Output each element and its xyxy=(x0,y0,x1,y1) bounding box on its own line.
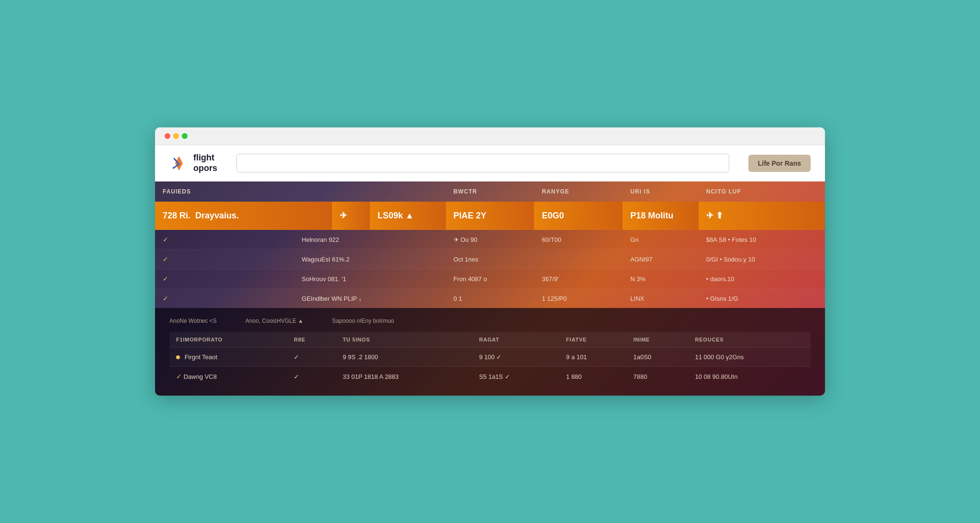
highlighted-icon: ✈ xyxy=(332,202,370,230)
bottom-col-h2: R8E xyxy=(287,332,336,348)
col-header-4 xyxy=(370,182,445,202)
table-row[interactable]: ✓ Helnoran 922 ✈ Ou 90 60/T00 Gn $8A S8 … xyxy=(155,230,825,250)
bottom-section: AnoNe Wotnec <S Anoo, CooisHVGLE ▲ Sapoo… xyxy=(155,308,825,396)
meta-right: Sapoooo nIEny boIrmuo xyxy=(332,318,394,324)
main-content: FAUIEDS BWCTR RANYGE URI IS NCITG LUF 72… xyxy=(155,182,825,396)
window-controls xyxy=(165,133,188,139)
col-header-2 xyxy=(294,182,332,202)
top-table: FAUIEDS BWCTR RANYGE URI IS NCITG LUF 72… xyxy=(155,182,825,308)
highlighted-col4: LS09k ▲ xyxy=(370,202,445,230)
highlighted-col5: PIAE 2Y xyxy=(446,202,535,230)
bottom-col-h5: FIATVE xyxy=(559,332,626,348)
maximize-button[interactable] xyxy=(182,133,188,139)
minimize-button[interactable] xyxy=(173,133,179,139)
bottom-col-h1: F1Imorporato xyxy=(169,332,287,348)
col-header-bwctr: BWCTR xyxy=(446,182,535,202)
bottom-col-h3: TU 5INOS xyxy=(336,332,472,348)
col-header-uri-is: URI IS xyxy=(623,182,698,202)
bottom-meta: AnoNe Wotnec <S Anoo, CooisHVGLE ▲ Sapoo… xyxy=(169,318,811,324)
table-row[interactable]: ✓ GEIndlber WN PLIP ↓ 0 1 1 125/P0 LINX … xyxy=(155,289,825,308)
highlighted-col1: 728 Ri. Drayvaius. xyxy=(155,202,332,230)
table-row[interactable]: ✓ SoHrouv 081. '1 Fron 4087 o 367/9' N 3… xyxy=(155,269,825,289)
app-header: flight opors Life Por Rans xyxy=(155,145,825,182)
logo-icon xyxy=(169,154,189,173)
bottom-col-h7: REOUCES xyxy=(688,332,811,348)
logo: flight opors xyxy=(169,153,217,173)
highlighted-col7: P18 Molitu xyxy=(623,202,698,230)
bottom-col-h6: INIME xyxy=(626,332,688,348)
meta-left: AnoNe Wotnec <S xyxy=(169,318,217,324)
bottom-table-row[interactable]: ✓ Dawng VC8 ✓ 33 01P 1818 A 2883 S5 1a1S… xyxy=(169,367,811,387)
header-button[interactable]: Life Por Rans xyxy=(748,155,811,172)
col-header-fauieds: FAUIEDS xyxy=(155,182,294,202)
bottom-col-h4: RAGAT xyxy=(472,332,559,348)
meta-center: Anoo, CooisHVGLE ▲ xyxy=(245,318,303,324)
highlighted-table-row[interactable]: 728 Ri. Drayvaius. ✈ LS09k ▲ PIAE 2Y E0 xyxy=(155,202,825,230)
bottom-table: F1Imorporato R8E TU 5INOS RAGAT FIATVE I… xyxy=(169,332,811,386)
top-table-header-row: FAUIEDS BWCTR RANYGE URI IS NCITG LUF xyxy=(155,182,825,202)
col-header-ranyge: RANYGE xyxy=(534,182,623,202)
browser-chrome xyxy=(155,127,825,145)
col-header-3 xyxy=(332,182,370,202)
highlighted-col8: ✈ ⬆ xyxy=(699,202,825,230)
search-input[interactable] xyxy=(236,154,729,172)
col-header-ncitg: NCITG LUF xyxy=(699,182,825,202)
search-bar xyxy=(236,154,729,172)
bottom-table-header-row: F1Imorporato R8E TU 5INOS RAGAT FIATVE I… xyxy=(169,332,811,348)
bottom-table-row[interactable]: Firgnt Teaot ✓ 9 9S .2 1800 9 100 ✓ 9 a … xyxy=(169,348,811,367)
browser-window: flight opors Life Por Rans FAUIEDS BWCTR… xyxy=(155,127,825,396)
logo-text: flight opors xyxy=(193,153,217,173)
table-row[interactable]: ✓ WagouEsI 61%.2 Oct 1nes AGNI97 0/GI • … xyxy=(155,250,825,269)
close-button[interactable] xyxy=(165,133,170,139)
highlighted-col6: E0G0 xyxy=(534,202,623,230)
